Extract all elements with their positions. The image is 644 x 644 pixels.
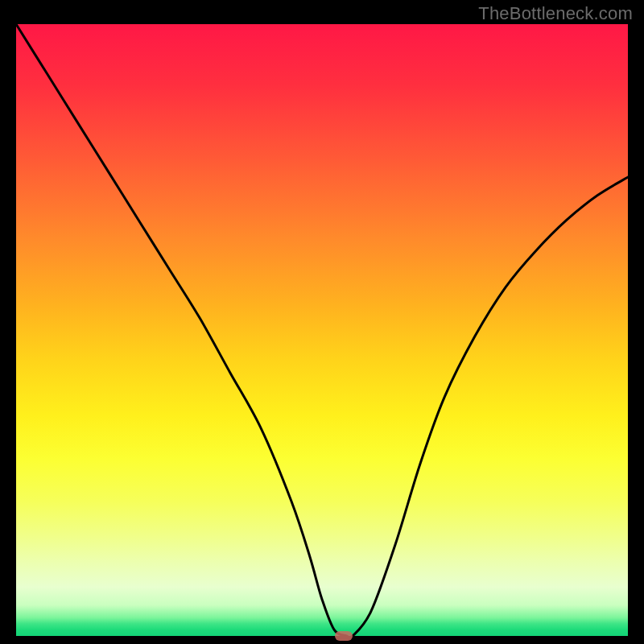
bottleneck-curve xyxy=(16,24,628,636)
minimum-marker xyxy=(335,631,353,641)
chart-frame: TheBottleneck.com xyxy=(0,0,644,644)
plot-area xyxy=(16,24,628,636)
watermark-text: TheBottleneck.com xyxy=(478,3,633,24)
